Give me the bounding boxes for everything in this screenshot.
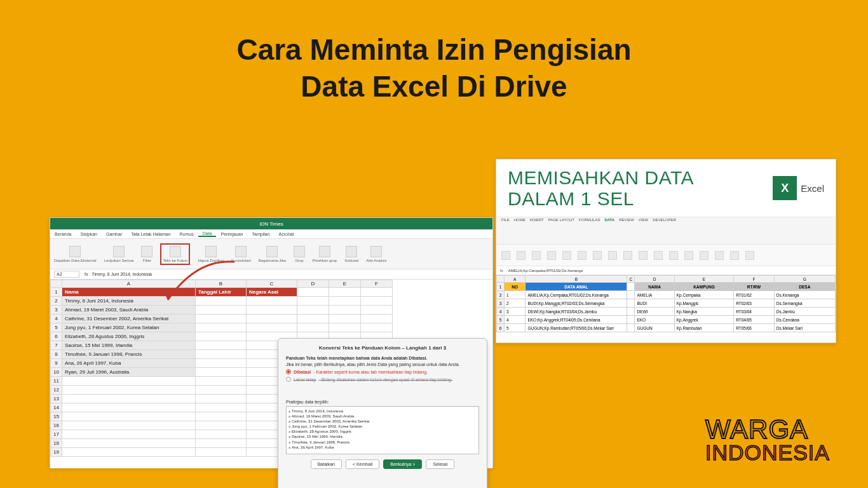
text-to-columns-icon[interactable]: [623, 251, 632, 260]
menu-tata-letak[interactable]: Tata Letak Halaman: [126, 232, 175, 236]
cell[interactable]: 1: [505, 291, 526, 299]
cell[interactable]: Ds.Kenanga: [774, 291, 835, 299]
subtotal-icon[interactable]: [745, 251, 754, 260]
head-data-awal: DATA AWAL: [526, 283, 627, 291]
cell[interactable]: BUDI: [635, 299, 674, 308]
remove-dup-icon[interactable]: [654, 251, 663, 260]
cell[interactable]: RT02/03: [734, 299, 775, 308]
ribbon-group[interactable]: Grup: [294, 246, 305, 262]
formula-text[interactable]: AMELIA;Kp.Cempaka;RT01/02;Ds.Kenanga: [508, 269, 583, 273]
ribbon-subtotal[interactable]: Subtotal: [344, 246, 358, 262]
ribbon-ungroup[interactable]: Pisahkan grup: [313, 246, 337, 262]
cell[interactable]: Cathrine, 31 Desember 2002, Amerika Seri…: [62, 315, 195, 323]
cell[interactable]: 2: [505, 299, 526, 308]
cell[interactable]: DEWI: [635, 308, 674, 316]
ungroup-icon[interactable]: [730, 251, 739, 260]
ribbon-get-external[interactable]: Dapatkan Data Eksternal: [54, 246, 97, 262]
cell[interactable]: Kp.Rambutan: [674, 324, 733, 332]
sort-icon[interactable]: [593, 251, 602, 260]
cell[interactable]: Saoirse, 15 Mei 1999, Irlandia: [62, 341, 195, 350]
result-table[interactable]: ABCDEFG 1NODATA AWALNAMAKAMPUNGRT/RWDESA…: [496, 275, 836, 332]
cell[interactable]: DEWI;Kp.Nangka;RT03/04;Ds.Jambu: [526, 308, 627, 316]
cell[interactable]: Ds.Jambu: [774, 308, 835, 316]
tab-developer[interactable]: DEVELOPER: [653, 218, 676, 222]
tab-review[interactable]: REVIEW: [619, 218, 634, 222]
cell[interactable]: RT03/04: [734, 308, 775, 316]
cell[interactable]: RT05/06: [734, 324, 775, 332]
from-text-icon[interactable]: [532, 251, 541, 260]
tab-insert[interactable]: INSERT: [530, 218, 544, 222]
name-box[interactable]: A2: [54, 271, 79, 278]
cell[interactable]: Ds.Cendana: [774, 316, 835, 324]
tab-page-layout[interactable]: PAGE LAYOUT: [548, 218, 574, 222]
menu-peninjauan[interactable]: Peninjauan: [216, 232, 247, 236]
menu-rumus[interactable]: Rumus: [175, 232, 198, 236]
cell[interactable]: 4: [505, 316, 526, 324]
from-access-icon[interactable]: [501, 251, 510, 260]
cell[interactable]: GUGUN;Kp.Rambutan;RT05/06;Ds.Mekar Sari: [526, 324, 627, 332]
cell[interactable]: Jong pyo, 1 Februari 2002, Korea Selatan: [62, 323, 195, 332]
preview-row: Elizabeth, 28 Agustus 2000, Inggris: [288, 429, 477, 434]
tab-view[interactable]: VIEW: [639, 218, 648, 222]
cell[interactable]: Ryan, 29 Juli 1996, Australia: [62, 368, 195, 377]
preview-row: Jong pyo, 1 Februari 2002, Korea Selatan: [288, 424, 477, 429]
cell[interactable]: GUGUN: [635, 324, 674, 332]
cell[interactable]: Ds.Mekar Sari: [774, 324, 835, 332]
menu-tampilan[interactable]: Tampilan: [248, 232, 275, 236]
ribbon-whatif[interactable]: Bagaimana-Jika: [259, 246, 286, 262]
cell[interactable]: Elizabeth, 28 Agustus 2000, Inggris: [62, 332, 195, 341]
cell[interactable]: EKO: [635, 316, 674, 324]
back-button[interactable]: < Kembali: [346, 459, 379, 469]
cell[interactable]: Kp.Anggrek: [674, 316, 733, 324]
refresh-icon[interactable]: [578, 251, 587, 260]
cell[interactable]: Kp.Nangka: [674, 308, 733, 316]
consolidate-icon[interactable]: [684, 251, 693, 260]
tab-formulas[interactable]: FORMULAS: [579, 218, 600, 222]
tab-home[interactable]: HOME: [514, 218, 526, 222]
cell[interactable]: RT01/02: [734, 291, 775, 299]
menu-gambar[interactable]: Gambar: [102, 232, 126, 236]
flash-fill-icon[interactable]: [639, 251, 648, 260]
ribbon-filter[interactable]: Filter: [141, 246, 153, 262]
ribbon-remove-dup[interactable]: Hapus Duplikat: [198, 246, 224, 262]
filter-icon[interactable]: [608, 251, 617, 260]
menu-acrobat[interactable]: Acrobat: [275, 232, 299, 236]
cell[interactable]: Ana, 26 April 1997, Kuba: [62, 359, 195, 368]
radio-delimited[interactable]: Dibatasi - Karakter seperti koma atau ta…: [286, 369, 479, 374]
from-other-icon[interactable]: [547, 251, 556, 260]
cell[interactable]: RT04/05: [734, 316, 775, 324]
formula-text[interactable]: Timmy, 8 Juni 2014, Indonesia: [92, 272, 152, 276]
cell[interactable]: 5: [505, 324, 526, 332]
cell[interactable]: Timothée, 9 Januari 1998, Prancis: [62, 350, 195, 359]
whatif-icon[interactable]: [700, 251, 709, 260]
cell[interactable]: Timmy, 8 Juni 2014, Indonesia: [62, 297, 195, 306]
cell[interactable]: EKO;Kp.Anggrek;RT04/05;Ds.Cendana: [526, 316, 627, 324]
data-validation-icon[interactable]: [669, 251, 678, 260]
cell[interactable]: Ahmad, 19 Maret 2003, Saudi Arabia: [62, 306, 195, 315]
title-line-2: Data Excel Di Drive: [301, 70, 567, 103]
from-web-icon[interactable]: [517, 251, 526, 260]
finish-button[interactable]: Selesai: [426, 459, 454, 469]
menu-data[interactable]: Data: [198, 231, 217, 237]
cell[interactable]: Kp.Manggis: [674, 299, 733, 308]
tab-data[interactable]: DATA: [604, 218, 614, 222]
cell[interactable]: AMELIA: [635, 291, 674, 299]
ribbon-refresh[interactable]: Lanjutkan Semua: [104, 246, 134, 262]
formula-bar: A2 fx Timmy, 8 Juni 2014, Indonesia: [50, 269, 492, 280]
cell[interactable]: Ds.Semangka: [774, 299, 835, 308]
tab-file[interactable]: FILE: [501, 218, 510, 222]
group-icon[interactable]: [715, 251, 724, 260]
ribbon-consolidate[interactable]: Konsolidasi: [231, 246, 251, 262]
menu-beranda[interactable]: Beranda: [50, 232, 76, 236]
cell[interactable]: AMELIA;Kp.Cempaka;RT01/02;Ds.Kenanga: [526, 291, 627, 299]
next-button[interactable]: Berikutnya >: [383, 459, 422, 469]
menu-sisipkan[interactable]: Sisipkan: [76, 232, 101, 236]
connections-icon[interactable]: [562, 251, 571, 260]
ribbon-text-to-columns[interactable]: Teks ke Kolom: [160, 243, 190, 265]
cell[interactable]: 3: [505, 308, 526, 316]
radio-fixed-width[interactable]: Lebar tetap - Bidang disatukan dalam kol…: [286, 377, 479, 382]
cancel-button[interactable]: Batalkan: [311, 459, 342, 469]
cell[interactable]: Kp.Cempaka: [674, 291, 733, 299]
ribbon-analysis[interactable]: Alat Analisis: [366, 246, 386, 262]
cell[interactable]: BUDI;Kp.Manggis;RT02/03;Ds.Semangka: [526, 299, 627, 308]
